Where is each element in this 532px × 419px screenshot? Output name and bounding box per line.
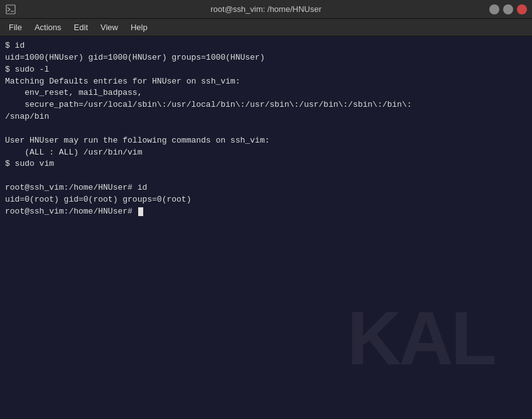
menu-view[interactable]: View xyxy=(94,20,124,35)
minimize-button[interactable] xyxy=(489,4,499,14)
menubar: File Actions Edit View Help xyxy=(0,19,532,36)
close-button[interactable] xyxy=(517,4,527,14)
watermark: KAL xyxy=(347,295,494,381)
terminal-body[interactable]: $ id uid=1000(HNUser) gid=1000(HNUser) g… xyxy=(0,36,532,419)
menu-help[interactable]: Help xyxy=(124,20,154,35)
terminal-output: $ id uid=1000(HNUser) gid=1000(HNUser) g… xyxy=(5,40,527,218)
menu-actions[interactable]: Actions xyxy=(28,20,68,35)
menu-file[interactable]: File xyxy=(3,20,28,35)
window-title: root@ssh_vim: /home/HNUser xyxy=(210,4,321,14)
terminal-icon xyxy=(5,4,16,15)
terminal-window: root@ssh_vim: /home/HNUser File Actions … xyxy=(0,0,532,419)
window-controls xyxy=(489,4,527,14)
titlebar: root@ssh_vim: /home/HNUser xyxy=(0,0,532,19)
titlebar-left xyxy=(5,4,16,15)
maximize-button[interactable] xyxy=(503,4,513,14)
cursor xyxy=(138,207,143,216)
menu-edit[interactable]: Edit xyxy=(68,20,94,35)
